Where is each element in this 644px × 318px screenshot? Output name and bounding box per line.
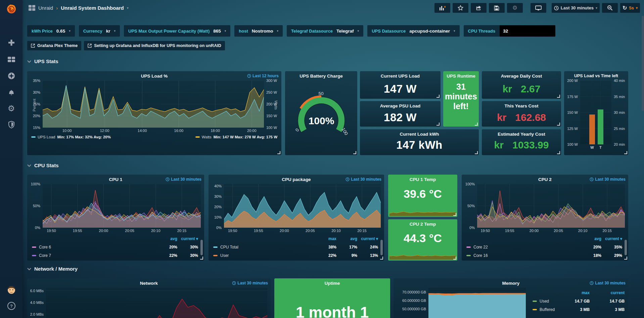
panel-title[interactable]: Estimated Yearly Cost [498, 132, 545, 137]
panel-resize-handle[interactable] [353, 151, 356, 154]
legend-scrollbar[interactable] [625, 240, 627, 255]
help-icon[interactable]: ? [0, 299, 22, 313]
user-avatar[interactable] [0, 283, 22, 297]
legend-series-name[interactable]: CPU Total [213, 245, 316, 249]
panel-title[interactable]: CPU 1 Temp [410, 177, 436, 182]
alerting-bell-icon[interactable] [0, 86, 22, 99]
legend-column-header[interactable]: current ▾ [601, 236, 622, 241]
panel-title[interactable]: UPS Battery Charge [300, 74, 342, 79]
dashboards-icon[interactable] [0, 53, 22, 66]
panel-title[interactable]: UPS Load vs Time left [574, 74, 618, 78]
dashboard-title-caret-icon[interactable]: ▾ [127, 6, 129, 10]
legend-series-name[interactable]: Watts [202, 135, 212, 139]
legend-series-name[interactable]: User [213, 253, 316, 258]
section-cpu-stats[interactable]: CPU Stats [27, 163, 59, 168]
panel-resize-handle[interactable] [200, 257, 203, 260]
variable-kwh-price[interactable]: kWh Price 0.65 ▾ [27, 25, 75, 37]
share-dashboard-button[interactable] [471, 3, 487, 13]
panel-title[interactable]: CPU 1 [109, 177, 123, 182]
panel-time-range[interactable]: Last 30 minutes [166, 177, 201, 182]
legend-series-name[interactable]: Core 22 [466, 245, 581, 249]
panel-resize-handle[interactable] [436, 95, 440, 98]
legend-item: UPS LoadMin: 17% Max: 32% Avg: 20% [31, 135, 111, 139]
panel-title[interactable]: Average Daily Cost [501, 74, 542, 79]
panel-title[interactable]: Memory [502, 281, 520, 286]
panel-title[interactable]: Current Load kWh [400, 132, 439, 137]
panel-resize-handle[interactable] [475, 151, 478, 154]
explore-compass-icon[interactable] [0, 69, 22, 83]
panel-resize-handle[interactable] [624, 257, 627, 260]
panel-resize-handle[interactable] [557, 95, 560, 98]
panel-title[interactable]: Uptime [325, 281, 340, 286]
panel-resize-handle[interactable] [475, 123, 478, 126]
refresh-interval-caret-icon[interactable]: ▾ [636, 6, 638, 10]
legend-series-name[interactable]: Core 16 [466, 253, 581, 258]
panel-resize-handle[interactable] [453, 213, 456, 216]
refresh-interval-label[interactable]: 5s [629, 5, 634, 10]
legend-column-header[interactable]: current ▾ [177, 236, 198, 241]
breadcrumb-app[interactable]: Unraid [38, 5, 53, 11]
create-icon[interactable] [0, 36, 22, 49]
dashboard-title[interactable]: Unraid System Dashboard [61, 5, 124, 11]
link-ups-monitoring-guide[interactable]: Setting up Grafana and InfluxDB for UPS … [84, 41, 225, 50]
panel-resize-handle[interactable] [453, 257, 456, 260]
legend-series-name[interactable]: Core 6 [32, 245, 156, 249]
legend-column-header[interactable]: current ▾ [357, 236, 378, 241]
panel-time-range[interactable]: Last 30 minutes [590, 281, 626, 285]
variable-ups-datasource[interactable]: UPS Datasource apcupsd-container ▾ [367, 25, 459, 37]
legend-column-header[interactable]: avg [156, 236, 177, 241]
configuration-gear-icon[interactable]: ⚙ [0, 102, 22, 115]
panel-time-range[interactable]: Last 30 minutes [346, 177, 381, 182]
section-ups-stats[interactable]: UPS Stats [27, 58, 58, 64]
panel-title[interactable]: This Years Cost [504, 103, 538, 108]
panel-title[interactable]: Average PSU Load [380, 103, 420, 108]
panel-time-range[interactable]: Last 30 minutes [590, 177, 626, 182]
x-tick-label: 19:50 [480, 229, 490, 233]
dashboard-settings-button[interactable]: ⚙ [507, 3, 523, 13]
cycle-view-mode-button[interactable] [531, 3, 546, 13]
link-grafana-plex-theme[interactable]: Grafana Plex Theme [27, 41, 81, 50]
panel-resize-handle[interactable] [277, 151, 280, 154]
panel-title[interactable]: CPU 2 Temp [410, 222, 436, 227]
variable-telegraf-datasource[interactable]: Telegraf Datasource Telegraf ▾ [287, 25, 363, 37]
panel-title[interactable]: CPU 2 [538, 177, 552, 182]
legend-column-header[interactable]: max [555, 290, 590, 295]
zoom-out-button[interactable] [602, 3, 618, 13]
variable-currency[interactable]: Currency kr ▾ [79, 25, 120, 37]
panel-resize-handle[interactable] [557, 123, 560, 126]
refresh-button[interactable]: ↻ 5s ▾ [620, 3, 640, 13]
legend-series-name[interactable]: Buffered [533, 307, 555, 312]
legend-column-header[interactable]: current [590, 290, 625, 295]
page-scrollbar[interactable] [642, 16, 644, 111]
stat-value: 147 W [360, 83, 441, 95]
server-admin-shield-icon[interactable] [0, 118, 22, 131]
save-dashboard-button[interactable] [489, 3, 505, 13]
panel-title[interactable]: Current UPS Load [381, 74, 420, 79]
panel-resize-handle[interactable] [557, 151, 560, 154]
variable-ups-max-output[interactable]: UPS Max Output Power Capacity (Watt) 865… [124, 25, 230, 37]
panel-resize-handle[interactable] [436, 123, 440, 126]
legend-series-name[interactable]: Used [533, 299, 555, 304]
legend-column-header[interactable]: avg [581, 236, 601, 241]
legend-scrollbar[interactable] [200, 240, 203, 255]
legend-series-name[interactable]: Core 7 [32, 253, 156, 258]
legend-scrollbar[interactable] [380, 240, 383, 255]
panel-title[interactable]: Network [140, 281, 158, 286]
panel-title[interactable]: CPU package [282, 177, 311, 182]
legend-column-header[interactable]: max [316, 236, 336, 241]
panel-title[interactable]: UPS Runtime [447, 74, 475, 79]
star-dashboard-button[interactable] [453, 3, 468, 13]
panel-resize-handle[interactable] [380, 257, 383, 260]
time-range-picker[interactable]: Last 30 minutes ▾ [552, 3, 600, 13]
panel-time-range[interactable]: Last 12 hours [247, 74, 279, 78]
grafana-logo-icon[interactable] [0, 1, 22, 16]
legend-series-name[interactable]: UPS Load [38, 135, 55, 139]
variable-host[interactable]: host Nostromo ▾ [234, 25, 283, 37]
panel-title[interactable]: UPS Load % [141, 74, 168, 79]
panel-resize-handle[interactable] [624, 151, 627, 154]
section-network-memory[interactable]: Network / Memory [27, 266, 78, 272]
legend-column-header[interactable]: avg [336, 236, 357, 241]
panel-time-range[interactable]: Last 30 minutes [232, 281, 268, 285]
cpu-threads-input[interactable] [500, 25, 555, 37]
add-panel-button[interactable] [434, 3, 450, 13]
